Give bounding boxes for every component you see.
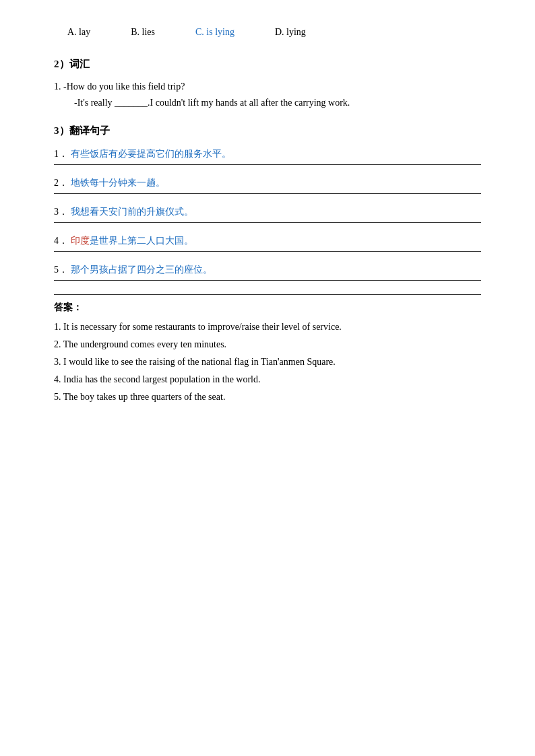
answer-line-3 bbox=[54, 222, 481, 223]
translation-item-2: 2． 地铁每十分钟来一趟。 bbox=[54, 177, 481, 189]
answer-item-4: 4. India has the second largest populati… bbox=[54, 374, 481, 385]
option-b: B. lies bbox=[131, 27, 155, 38]
vocab-question1: 1. -How do you like this field trip? bbox=[54, 81, 481, 92]
translation-item-3: 3． 我想看天安门前的升旗仪式。 bbox=[54, 206, 481, 218]
vocab-answer1: -It's really _______.I couldn't lift my … bbox=[54, 98, 481, 108]
translation-item-5: 5． 那个男孩占据了四分之三的座位。 bbox=[54, 264, 481, 276]
answers-block: 答案： 1. It is necessary for some restaura… bbox=[54, 294, 481, 403]
item4-chinese: 是世界上第二人口大国。 bbox=[90, 236, 193, 246]
option-d: D. lying bbox=[275, 27, 306, 38]
answers-label: 答案： bbox=[54, 302, 481, 314]
translation-item-4: 4． 印度是世界上第二人口大国。 bbox=[54, 235, 481, 247]
item5-chinese: 那个男孩占据了四分之三的座位。 bbox=[71, 265, 212, 275]
answer-item-2: 2. The underground comes every ten minut… bbox=[54, 339, 481, 350]
translation-item-1: 1． 有些饭店有必要提高它们的服务水平。 bbox=[54, 148, 481, 160]
item3-number: 3． bbox=[54, 207, 68, 217]
item2-chinese: 地铁每十分钟来一趟。 bbox=[71, 178, 165, 188]
item3-chinese: 我想看天安门前的升旗仪式。 bbox=[71, 207, 193, 217]
answer-item-3: 3. I would like to see the raising of th… bbox=[54, 357, 481, 368]
answer-line-4 bbox=[54, 251, 481, 252]
item2-number: 2． bbox=[54, 178, 68, 188]
answer-line-2 bbox=[54, 193, 481, 194]
section2-header: 2）词汇 bbox=[54, 58, 481, 71]
section-translation: 3）翻译句子 1． 有些饭店有必要提高它们的服务水平。 2． 地铁每十分钟来一趟… bbox=[54, 125, 481, 281]
section3-header: 3）翻译句子 bbox=[54, 125, 481, 137]
multiple-choice-options: A. lay B. lies C. is lying D. lying bbox=[54, 27, 481, 38]
answer-line-1 bbox=[54, 164, 481, 165]
section-vocab: 2）词汇 1. -How do you like this field trip… bbox=[54, 58, 481, 108]
item5-number: 5． bbox=[54, 265, 68, 275]
option-c: C. is lying bbox=[195, 27, 234, 38]
answer-line-5 bbox=[54, 280, 481, 281]
item1-chinese: 有些饭店有必要提高它们的服务水平。 bbox=[71, 149, 231, 159]
item4-number: 4． bbox=[54, 236, 68, 246]
item1-number: 1． bbox=[54, 149, 68, 159]
answer-item-1: 1. It is necessary for some restaurants … bbox=[54, 322, 481, 333]
item4-red: 印度 bbox=[71, 236, 90, 246]
answer-item-5: 5. The boy takes up three quarters of th… bbox=[54, 392, 481, 403]
option-a: A. lay bbox=[67, 27, 90, 38]
